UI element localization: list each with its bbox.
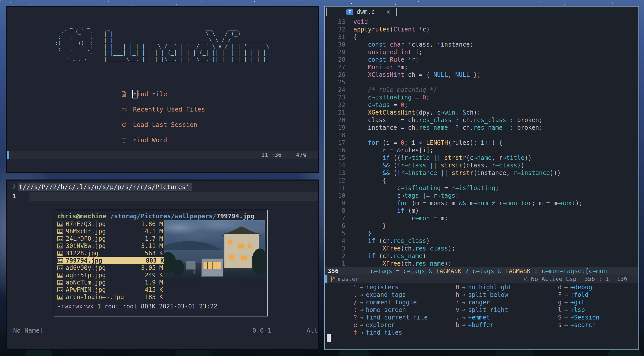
code-line[interactable]: 27 Monitor *m; (325, 63, 638, 71)
code-line[interactable]: 10 c→tags |= r→tags; (325, 192, 638, 199)
buffer-line[interactable]: 2 t///s/P//2/h/c/.l/s/n/s/p/p/s/r/r/s/Pi… (7, 183, 192, 191)
arrow-icon: → (562, 322, 570, 329)
code-line[interactable]: 20 class = ch.res_class ? ch.res_class :… (325, 116, 638, 124)
key: f (353, 329, 357, 336)
file-name: 07nEzQ3.jpg (66, 221, 141, 228)
code-text (345, 79, 353, 86)
key: d (558, 284, 562, 291)
file-permissions-line: -rwxrwxrwx 1 root root 803K 2021-03-01 2… (57, 303, 264, 310)
file-row[interactable]: APwFMIM.jpg415 K (57, 286, 163, 293)
code-line[interactable]: 12 { (325, 177, 638, 184)
tab-dwm-c[interactable]: dwm.c (357, 8, 375, 15)
file-row[interactable]: 07nEzQ3.jpg1.86 M (57, 220, 163, 228)
code-line-current[interactable]: 356 c→tags = c→tags & TAGMASK ? c→tags &… (325, 267, 638, 275)
buffer-line[interactable]: 1 (7, 192, 318, 201)
code-line[interactable]: 26 XClassHint ch = { NULL, NULL }; (325, 71, 638, 79)
ranger-preview-popup: chris@machine /storag/Pictures/wallpaper… (54, 210, 268, 316)
picture-file-icon (57, 273, 66, 278)
menu-item-label: Find Word (133, 136, 167, 144)
code-line[interactable]: 28 const Rule *r; (325, 56, 638, 63)
terminal-cursor (327, 334, 331, 342)
code-line[interactable]: 14 && (!r→class || strstr(class, r→class… (325, 162, 638, 169)
line-number: 1 (7, 193, 16, 200)
preview-window-light (229, 255, 234, 259)
code-line[interactable]: 5 } (325, 230, 638, 237)
code-line[interactable]: 23 c→isfloating = 0; (325, 94, 638, 101)
code-line[interactable]: 19 instance = ch.res_name ? ch.res_name … (325, 124, 638, 131)
file-row[interactable]: arco-login—~.jpg185 K (57, 293, 163, 301)
file-name: aghr5Ip.jpg (66, 272, 145, 279)
line-number: 19 (325, 124, 345, 131)
binding-label: explorer (366, 322, 395, 329)
arrow-icon: → (562, 291, 570, 298)
file-row[interactable]: aoNcTLm.jpg1.9 M (57, 279, 163, 286)
file-row[interactable]: 9hMxcHr.jpg4.1 M (57, 228, 163, 235)
code-line[interactable]: 22 c→tags = 0; (325, 101, 638, 109)
close-icon[interactable]: × (386, 8, 390, 16)
file-size: 1.86 M (141, 221, 163, 228)
code-line[interactable]: 9 for (m = mons; m && m→num ≠ r→monitor;… (325, 199, 638, 207)
preview-cable-car (201, 258, 223, 277)
code-line[interactable]: 21 XGetClassHint(dpy, c→win, &ch); (325, 109, 638, 116)
code-line[interactable]: 25 (325, 79, 638, 86)
code-text: if ((!r→title || strstr(c→name, r→title)… (345, 154, 532, 162)
menu-item-load-last-session[interactable]: Load Last Session (121, 117, 205, 132)
code-text: && (!r→class || strstr(class, r→class)) (345, 162, 524, 169)
file-row[interactable]: 30iNVBw.jpg3.11 M (57, 242, 163, 250)
menu-item-find-file[interactable]: Find File (121, 86, 205, 102)
picture-file-icon (57, 265, 66, 270)
preview-header: chris@machine /storag/Pictures/wallpaper… (57, 212, 264, 220)
binding-label: split below (468, 291, 508, 298)
picture-file-icon (57, 280, 66, 285)
code-text: c→tags = c→tags & TAGMASK ? c→tags & TAG… (348, 267, 607, 275)
file-size: 3.05 M (141, 264, 163, 271)
window-lunarvim-start: _ ... _ .' (_` . : . : :) () : : . .' ` … (6, 6, 319, 173)
cursor-position: 356 : 1 (585, 276, 609, 282)
code-text: for (i = 0; i < LENGTH(rules); i++) { (345, 139, 502, 147)
code-line[interactable]: 24 /* rule matching */ (325, 86, 638, 94)
preview-window-light (248, 244, 251, 248)
code-line[interactable]: 11 c→isfloating = r→isfloating; (325, 184, 638, 192)
code-line[interactable]: 17 for (i = 0; i < LENGTH(rules); i++) { (325, 139, 638, 147)
code-line[interactable]: 2 if (ch.res_name) (325, 252, 638, 260)
file-size: 803 K (146, 257, 164, 264)
scroll-percent: 47% (296, 152, 306, 158)
file-row[interactable]: 31228.jpg563 K (57, 250, 163, 257)
code-line[interactable]: 13 && (!r→instance || strstr(instance, r… (325, 169, 638, 177)
arrow-icon: → (562, 306, 570, 313)
code-line[interactable]: 8 if (m) (325, 207, 638, 215)
arrow-icon: → (459, 306, 468, 313)
code-line[interactable]: 7 c→mon = m; (325, 215, 638, 222)
code-text: r = &rules[i]; (345, 147, 433, 154)
code-line[interactable]: 32applyrules(Client *c) (325, 26, 638, 33)
menu-item-recently-used-files[interactable]: Recently Used Files (121, 102, 205, 117)
code-line[interactable]: 4 if (ch.res_class) (325, 237, 638, 245)
code-line[interactable]: 31{ (325, 33, 638, 41)
code-line[interactable]: 30 const char *class, *instance; (325, 41, 638, 48)
key: F (558, 291, 562, 298)
file-row[interactable]: 24LrDFQ.jpg1.7 M (57, 235, 163, 242)
code-line[interactable]: 33void (325, 18, 638, 26)
code-line[interactable]: 18 (325, 131, 638, 139)
line-number: 4 (325, 237, 345, 245)
which-key-binding: r→ranger (456, 299, 512, 306)
file-row-selected[interactable]: 799794.jpg803 K (57, 257, 164, 264)
start-statusbar: 11 :36 47% (7, 151, 318, 159)
block-cursor: F (133, 90, 137, 98)
key: ; (353, 306, 357, 313)
arrow-icon: → (357, 329, 366, 336)
cursor-ruler: 0,0-1 (252, 327, 271, 334)
file-row[interactable]: ad6v90y.jpg3.05 M (57, 264, 163, 271)
code-line[interactable]: 29 unsigned int i; (325, 48, 638, 56)
code-line[interactable]: 3 XFree(ch.res_class); (325, 245, 638, 252)
code-line[interactable]: 6 } (325, 222, 638, 230)
line-number: 18 (325, 131, 345, 139)
file-size: 1.9 M (145, 279, 163, 286)
file-row[interactable]: aghr5Ip.jpg249 K (57, 271, 163, 279)
line-number: 24 (325, 86, 345, 94)
code-line[interactable]: 16 r = &rules[i]; (325, 147, 638, 154)
code-line[interactable]: 15 if ((!r→title || strstr(c→name, r→tit… (325, 154, 638, 162)
code-line[interactable]: 1 XFree(ch.res_name); (325, 260, 638, 267)
menu-item-find-word[interactable]: Find Word (121, 132, 205, 148)
code-text: c→tags = 0; (345, 101, 408, 109)
